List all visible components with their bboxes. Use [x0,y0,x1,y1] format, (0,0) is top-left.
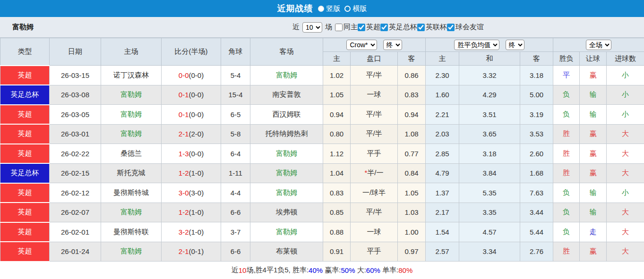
summary-segment: 80% [398,266,412,274]
filter-checkbox-英联杯[interactable]: 英联杯 [417,23,447,32]
radio-selected-icon[interactable] [318,6,324,12]
cell-corners: 4-4 [221,183,250,203]
summary-segment: 近 [232,266,239,275]
cell-corners: 6-4 [221,144,250,164]
summary-segment: 单率: [380,266,398,275]
cell-avg-away: 2.60 [520,144,553,164]
cell-avg-home: 2.30 [426,66,459,85]
cell-goals: 大 [607,242,644,262]
cell-avg-draw: 5.35 [459,183,520,203]
cell-avg-home: 2.17 [426,203,459,222]
checkbox-icon[interactable] [380,24,388,31]
header-away: 客场 [250,38,323,66]
cell-match-type: 英超 [0,144,50,164]
cell-handicap: 平/半 [351,66,398,85]
cell-away-team: 布莱顿 [250,242,323,262]
cell-odds-away: 0.83 [398,85,426,105]
cell-goals: 大 [607,144,644,164]
cell-odds-away: 1.00 [398,222,426,242]
score-halftime: (0-0) [189,150,204,158]
cell-result: 胜 [553,144,580,164]
cell-avg-away: 7.63 [520,183,553,203]
cell-odds-home: 0.94 [323,105,351,125]
cell-result: 负 [553,183,580,203]
match-row: 英超26-03-15诺丁汉森林0-0(0-0)5-4富勒姆1.02平/半0.86… [0,66,644,85]
cell-handicap: 平/半 [351,124,398,144]
subheader-odds-home: 主 [323,52,351,66]
cell-handicap: *半/一 [351,163,398,183]
near-count-select[interactable]: 10 [302,22,322,33]
checkbox-label: 球会友谊 [455,23,484,32]
match-row: 英超26-02-12曼彻斯特城3-0(3-0)4-4富勒姆0.83一/球半1.0… [0,183,644,203]
cell-avg-away: 3.18 [520,66,553,85]
checkbox-icon[interactable] [358,24,365,31]
radio-unselected-icon[interactable] [344,6,351,12]
radio-horizontal-label: 横版 [353,4,367,13]
cell-home-team: 富勒姆 [101,85,162,105]
cell-home-team: 诺丁汉森林 [101,66,162,85]
checkbox-icon[interactable] [417,24,425,31]
cell-match-type: 英超 [0,105,50,125]
filter-checkbox-同主[interactable]: 同主 [335,23,358,32]
cell-odds-away: 0.86 [398,66,426,85]
avg-odds-time-select[interactable]: 终 [506,40,524,50]
cell-score: 0-0(0-0) [162,66,221,85]
score-fulltime: 2-1 [179,247,189,255]
cell-handicap: 平/半 [351,203,398,222]
cell-let-result: 赢 [580,124,607,144]
score-fulltime: 3-0 [179,189,189,197]
cell-match-type: 英超 [0,124,50,144]
summary-segment: 大: [355,266,366,275]
match-row: 英足总杯26-02-15斯托克城1-2(1-0)1-11富勒姆1.04*半/一0… [0,163,644,183]
cell-let-result: 输 [580,85,607,105]
cell-result: 负 [553,203,580,222]
checkbox-icon[interactable] [335,24,343,31]
cell-home-team: 曼彻斯特城 [101,183,162,203]
filter-checkbox-英足总杯[interactable]: 英足总杯 [380,23,417,32]
scope-select[interactable]: 全场 [586,40,611,50]
cell-avg-away: 3.53 [520,124,553,144]
subheader-odds-away: 客 [398,52,426,66]
layout-radio-group: 竖版 横版 [318,4,367,13]
page-title: 近期战绩 [277,3,313,14]
filter-checkbox-球会友谊[interactable]: 球会友谊 [447,23,484,32]
cell-goals: 大 [607,222,644,242]
filter-controls: 近 10 场 同主英超英足总杯英联杯球会友谊 [160,22,484,33]
cell-match-type: 英超 [0,242,50,262]
subheader-avg-away: 客 [520,52,553,66]
header-type: 类型 [0,38,50,66]
cell-match-type: 英足总杯 [0,163,50,183]
league-checkboxes: 同主英超英足总杯英联杯球会友谊 [335,23,484,32]
odds-company-select[interactable]: Crow* [346,40,377,50]
cell-date: 26-02-01 [50,222,101,242]
cell-home-team: 富勒姆 [101,105,162,125]
radio-horizontal[interactable]: 横版 [344,4,367,13]
score-halftime: (1-0) [189,228,204,236]
cell-avg-draw: 3.35 [459,203,520,222]
filter-checkbox-英超[interactable]: 英超 [358,23,380,32]
cell-avg-home: 2.21 [426,105,459,125]
cell-odds-home: 1.12 [323,144,351,164]
radio-vertical-label: 竖版 [326,4,341,13]
cell-let-result: 输 [580,203,607,222]
subheader-result: 胜负 [553,52,580,66]
cell-odds-home: 0.88 [323,222,351,242]
summary-segment: 赢率: [323,266,341,275]
cell-match-type: 英超 [0,203,50,222]
cell-avg-home: 1.54 [426,222,459,242]
avg-odds-select[interactable]: 胜平负均值 [454,40,499,50]
checkbox-icon[interactable] [447,24,455,31]
cell-away-team: 富勒姆 [250,222,323,242]
odds-company-header: Crow* 终 [323,38,426,52]
radio-vertical[interactable]: 竖版 [318,4,341,13]
cell-handicap: 平手 [351,242,398,262]
checkbox-label: 英联杯 [426,23,447,32]
subheader-let-result: 让球 [580,52,607,66]
score-fulltime: 0-1 [179,110,189,118]
cell-odds-away: 0.97 [398,242,426,262]
cell-let-result: 赢 [580,242,607,262]
score-fulltime: 0-1 [179,91,189,99]
cell-away-team: 富勒姆 [250,183,323,203]
odds-company-time-select[interactable]: 终 [383,40,402,50]
match-row: 英超26-02-22桑德兰1-3(0-0)6-4富勒姆1.12平手0.772.8… [0,144,644,164]
